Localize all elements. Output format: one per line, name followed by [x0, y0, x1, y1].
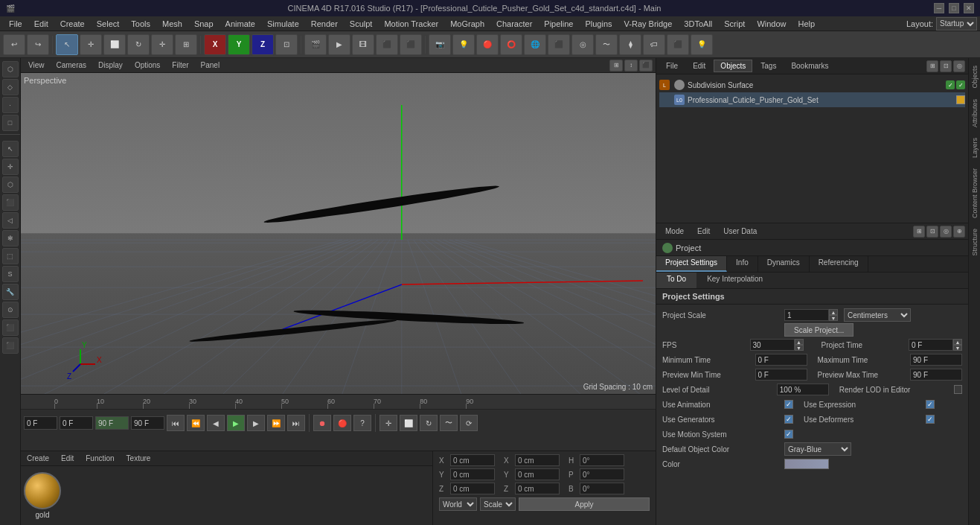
menu-plugins[interactable]: Plugins — [579, 18, 618, 30]
vtab-objects[interactable]: Objects — [970, 61, 980, 93]
move-key-button[interactable]: ✛ — [379, 415, 397, 431]
select-mode-button[interactable]: ↖ — [56, 34, 78, 55]
vp-menu-view[interactable]: View — [24, 60, 49, 70]
menu-edit[interactable]: Edit — [28, 18, 54, 30]
3d-viewport[interactable]: Perspective Grid Spacing : 10 cm — [21, 73, 656, 394]
tool-1[interactable]: ↖ — [2, 141, 19, 157]
apply-button[interactable]: Apply — [519, 497, 650, 511]
fx-button[interactable]: ⭕ — [500, 34, 522, 55]
tag-button[interactable]: 🏷 — [643, 34, 665, 55]
close-button[interactable]: ✕ — [964, 3, 974, 13]
max-time-input[interactable] — [910, 354, 962, 366]
attr-tab-info[interactable]: Info — [727, 256, 758, 272]
tool-2[interactable]: ✛ — [2, 159, 19, 175]
use-expression-checkbox[interactable] — [926, 400, 935, 409]
menu-render[interactable]: Render — [305, 18, 344, 30]
vtab-layers[interactable]: Layers — [970, 133, 980, 162]
menu-help[interactable]: Help — [792, 18, 822, 30]
attr-btn2[interactable]: ⊡ — [926, 226, 938, 238]
world-axis-button[interactable]: ⊡ — [275, 34, 298, 55]
default-color-dropdown[interactable]: Gray-Blue Red Green — [784, 442, 851, 456]
rot-p-input[interactable] — [580, 468, 624, 480]
move-button[interactable]: ✛ — [80, 34, 102, 55]
coord-system-select[interactable]: World Object — [439, 497, 477, 511]
use-motion-checkbox[interactable] — [784, 430, 793, 439]
vp-icon-1[interactable]: ⊞ — [609, 60, 623, 71]
rotate-button[interactable]: ↻ — [127, 34, 150, 55]
pos-z-input[interactable] — [450, 483, 495, 494]
size-x-input[interactable] — [515, 454, 560, 466]
scale-select[interactable]: Scale — [480, 497, 516, 511]
play-button[interactable]: ▶ — [227, 415, 245, 431]
tool-7[interactable]: ⬚ — [2, 248, 19, 264]
axis-x-button[interactable]: X — [204, 34, 226, 55]
fps-input[interactable] — [750, 339, 795, 351]
obj-vis-1[interactable]: ✓ — [946, 80, 955, 89]
ptime-up-btn[interactable]: ▲ — [953, 339, 962, 345]
scale-key-button[interactable]: ⬜ — [400, 415, 417, 431]
vp-icon-2[interactable]: ↕ — [624, 60, 638, 71]
scale-up-btn[interactable]: ▲ — [829, 309, 838, 315]
attr-tab-project-settings[interactable]: Project Settings — [656, 256, 727, 272]
lod-input[interactable] — [777, 384, 829, 395]
fps-up-btn[interactable]: ▲ — [795, 339, 804, 345]
attr-mode-mode[interactable]: Mode — [659, 226, 690, 237]
menu-pipeline[interactable]: Pipeline — [538, 18, 579, 30]
attr-mode-userdata[interactable]: User Data — [717, 226, 763, 237]
pos-y-input[interactable] — [450, 468, 495, 480]
preview-end-input[interactable] — [131, 416, 164, 430]
vp-menu-options[interactable]: Options — [130, 60, 164, 70]
mat-menu-create[interactable]: Create — [24, 454, 52, 462]
menu-character[interactable]: Character — [490, 18, 538, 30]
min-time-input[interactable] — [755, 354, 807, 366]
scale-button[interactable]: ⬜ — [103, 34, 126, 55]
tool-3[interactable]: ⬡ — [2, 176, 19, 193]
rot-b-input[interactable] — [580, 483, 624, 494]
transform-button[interactable]: ✛ — [151, 34, 173, 55]
layout-select[interactable]: Startup — [936, 17, 977, 31]
menu-file[interactable]: File — [3, 18, 28, 30]
tab-objects[interactable]: Objects — [714, 60, 752, 72]
menu-3dtoall[interactable]: 3DToAll — [678, 18, 718, 30]
auto-key-button[interactable]: 🔴 — [333, 415, 351, 431]
scale-unit-dropdown[interactable]: Centimeters Meters Millimeters — [844, 308, 911, 322]
material-swatch-gold[interactable] — [24, 472, 61, 509]
rot-h-input[interactable] — [580, 454, 624, 466]
field-button[interactable]: ⧫ — [619, 34, 641, 55]
axis-y-button[interactable]: Y — [228, 34, 250, 55]
material-item[interactable]: gold — [24, 472, 61, 519]
render-to-picture-button[interactable]: 🎞 — [352, 34, 374, 55]
render-tag-button[interactable]: ⬛ — [667, 34, 689, 55]
mat-menu-function[interactable]: Function — [83, 454, 117, 462]
jump-start-button[interactable]: ⏮ — [167, 415, 185, 431]
obj-item-subdivision[interactable]: L Subdivision Surface ✓ ✓ — [659, 77, 965, 92]
obj-panel-btn2[interactable]: ⊡ — [940, 60, 952, 72]
mat-menu-edit[interactable]: Edit — [58, 454, 77, 462]
menu-window[interactable]: Window — [751, 18, 792, 30]
menu-vray[interactable]: V-Ray Bridge — [618, 18, 679, 30]
obj-panel-btn3[interactable]: ◎ — [953, 60, 965, 72]
render-all-button[interactable]: ⬛ — [400, 34, 422, 55]
end-frame-input[interactable] — [95, 416, 129, 430]
vp-menu-cameras[interactable]: Cameras — [52, 60, 92, 70]
tab-tags[interactable]: Tags — [754, 60, 783, 72]
color-swatch[interactable] — [784, 459, 829, 469]
size-y-input[interactable] — [515, 468, 560, 480]
use-generators-checkbox[interactable] — [784, 415, 793, 424]
ptime-down-btn[interactable]: ▼ — [953, 345, 962, 351]
redo-button[interactable]: ↪ — [27, 34, 49, 55]
tool-12[interactable]: ⬛ — [2, 337, 19, 354]
pos-x-input[interactable] — [450, 454, 495, 466]
left-mode-polygon[interactable]: ⬡ — [2, 61, 19, 77]
tool-11[interactable]: ⬛ — [2, 319, 19, 336]
menu-mograph[interactable]: MoGraph — [444, 18, 490, 30]
current-frame-input[interactable] — [24, 416, 57, 430]
vtab-structure[interactable]: Structure — [970, 224, 980, 261]
vtab-attributes[interactable]: Attributes — [970, 95, 980, 132]
obj-vis-2[interactable]: ✓ — [956, 80, 965, 89]
next-key-button[interactable]: ⏩ — [267, 415, 285, 431]
menu-tools[interactable]: Tools — [125, 18, 156, 30]
obj-item-cuticle[interactable]: L0 Professional_Cuticle_Pusher_Gold_Set — [659, 92, 965, 107]
menu-animate[interactable]: Animate — [220, 18, 261, 30]
menu-select[interactable]: Select — [91, 18, 126, 30]
